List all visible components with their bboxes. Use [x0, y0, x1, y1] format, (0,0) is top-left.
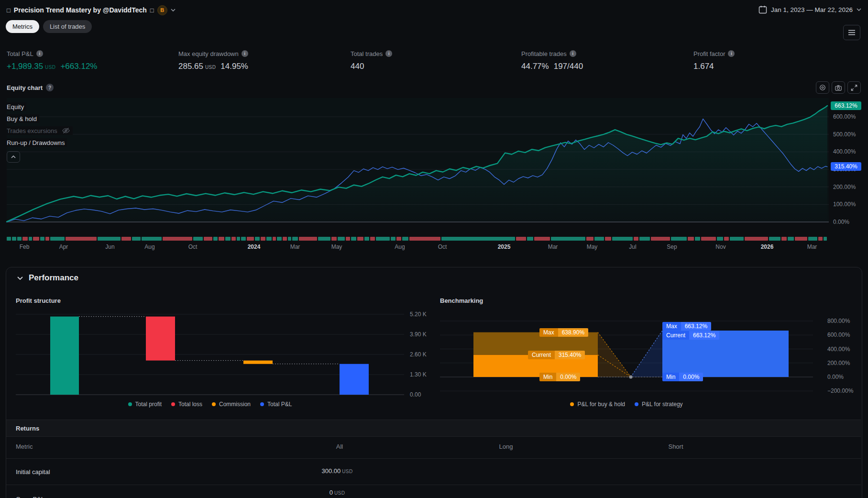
date-range-picker[interactable]: Jan 1, 2023 — Mar 22, 2026	[758, 5, 861, 14]
range-chip-max: Max663.12%	[662, 322, 711, 331]
trade-strip-segment	[338, 237, 345, 241]
report-layout-button[interactable]	[843, 25, 860, 40]
profit-y-tick-label: 2.60 K	[410, 351, 427, 358]
trade-strip-segment	[22, 237, 28, 241]
info-icon[interactable]: i	[728, 50, 735, 57]
x-tick-label: Oct	[438, 243, 447, 250]
trade-strip-segment	[639, 237, 649, 241]
table-row: Initial capital300.00USD	[6, 458, 861, 485]
trade-strip-segment	[283, 237, 287, 241]
metric-value: 440	[351, 62, 364, 71]
legend-dot	[128, 402, 132, 406]
tab-metrics[interactable]: Metrics	[6, 20, 39, 33]
trade-strip-segment	[441, 237, 515, 241]
metric-value: +1,989.35	[7, 62, 43, 71]
trade-strip-segment	[225, 237, 231, 241]
returns-value: 0USD	[330, 489, 345, 496]
legend-dot	[212, 402, 216, 406]
strategy-title-group[interactable]: □ Precision Trend Mastery by @DaviddTech…	[7, 5, 176, 15]
y-tick-label: 400.00%	[833, 148, 856, 155]
legend-trades-excursions[interactable]: Trades excursions	[7, 126, 73, 135]
bench-y-tick-label: 400.00%	[827, 346, 850, 353]
y-tick-label: 200.00%	[833, 184, 856, 190]
tab-list-of-trades[interactable]: List of trades	[43, 20, 92, 33]
y-tick-label: 100.00%	[833, 201, 856, 208]
chip-value: 315.40%	[555, 351, 585, 359]
trade-strip-segment	[40, 237, 44, 241]
camera-icon	[835, 84, 842, 91]
trade-strip-segment	[98, 237, 120, 241]
fullscreen-button[interactable]	[847, 81, 861, 94]
chip-label: Current	[662, 331, 689, 340]
trade-strip-segment	[396, 237, 401, 241]
benchmarking-legend: P&L for buy & holdP&L for strategy	[440, 401, 813, 408]
legend-buy-and-hold[interactable]: Buy & hold	[7, 114, 39, 123]
trade-strip-segment	[527, 237, 533, 241]
info-icon[interactable]: i	[36, 50, 43, 57]
trade-strip-segment	[516, 237, 526, 241]
trade-strip-segment	[651, 237, 670, 241]
profit-structure-title: Profit structure	[16, 297, 61, 304]
returns-metric-label: Initial capital	[16, 468, 50, 476]
metric-column: Total tradesi440	[351, 49, 392, 71]
trade-strip-segment	[402, 237, 408, 241]
chart-snapshot-button[interactable]	[832, 81, 845, 94]
returns-column-header: Long	[499, 443, 513, 450]
trade-strip-segment	[688, 237, 694, 241]
legend-runup-drawdowns[interactable]: Run-up / Drawdowns	[7, 138, 67, 147]
chevron-up-icon	[11, 155, 16, 158]
metric-column: Profitable tradesi44.77%197/440	[521, 49, 583, 71]
metric-label: Profitable tradesi	[521, 49, 583, 58]
x-tick-label: Jul	[629, 243, 636, 250]
chip-value: 638.90%	[558, 328, 588, 337]
legend-item[interactable]: Total profit	[128, 401, 162, 408]
trade-strip-segment	[266, 237, 272, 241]
legend-label: P&L for buy & hold	[577, 401, 625, 408]
trade-strip-segment	[66, 237, 97, 241]
chip-label: Current	[528, 351, 555, 359]
legend-item[interactable]: P&L for strategy	[635, 401, 683, 408]
range-chip-min: Min0.00%	[539, 373, 580, 381]
trade-strip-segment	[594, 237, 604, 241]
chevron-down-icon	[171, 9, 176, 11]
chart-settings-button[interactable]	[816, 81, 829, 94]
y-tick-label: 500.00%	[833, 131, 856, 138]
info-icon[interactable]: i	[242, 50, 248, 57]
metric-extra-value: 197/440	[554, 62, 583, 71]
metric-values: 44.77%197/440	[521, 62, 583, 71]
calendar-icon	[758, 5, 767, 14]
legend-equity[interactable]: Equity	[7, 102, 26, 111]
returns-section-header: Returns	[6, 420, 861, 437]
trade-strip-segment	[717, 237, 723, 241]
chip-value: 0.00%	[556, 373, 580, 381]
collapse-chart-button[interactable]	[7, 151, 20, 163]
x-tick-year-label: 2025	[498, 243, 511, 250]
trade-strip-segment	[808, 237, 817, 241]
legend-item[interactable]: Total loss	[171, 401, 202, 408]
chip-label: Min	[662, 373, 679, 381]
metric-label: Max equity drawdowni	[178, 49, 248, 58]
trade-strip-segment	[219, 237, 224, 241]
legend-item[interactable]: Total P&L	[260, 401, 292, 408]
axis-value-badge: 663.12%	[831, 101, 861, 110]
info-icon[interactable]: i	[570, 50, 576, 57]
info-icon[interactable]: i	[385, 50, 392, 57]
trade-strip-segment	[409, 237, 440, 241]
trade-strip-segment	[534, 237, 550, 241]
performance-section-header[interactable]: Performance	[17, 273, 78, 283]
metric-values: 1.674	[693, 62, 735, 71]
trade-strip-segment	[45, 237, 49, 241]
trade-strip-segment	[724, 237, 729, 241]
legend-label: P&L for strategy	[642, 401, 683, 408]
legend-label: Total P&L	[267, 401, 292, 408]
bench-y-tick-label: 0.00%	[827, 374, 844, 380]
metric-extra-value: +663.12%	[60, 62, 97, 71]
bench-y-tick-label: 600.00%	[827, 332, 850, 338]
legend-item[interactable]: Commission	[212, 401, 251, 408]
returns-table-header: MetricAllLongShort	[6, 436, 861, 459]
legend-item[interactable]: P&L for buy & hold	[570, 401, 625, 408]
range-chip-max: Max638.90%	[539, 328, 588, 337]
trade-strip-segment	[370, 237, 375, 241]
metric-value: 285.65	[178, 62, 203, 71]
help-icon[interactable]: ?	[46, 84, 54, 91]
